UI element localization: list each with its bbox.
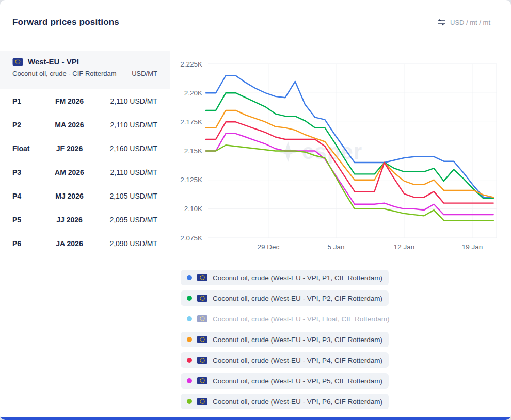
x-tick-label: 12 Jan: [394, 243, 415, 251]
chart-section: esper 2.225K2.20K2.175K2.15K2.125K2.10K2…: [170, 51, 511, 417]
product-unit: USD/MT: [132, 70, 157, 77]
legend-item-6[interactable]: Coconut oil, crude (West-EU - VPI, P6, C…: [181, 394, 389, 409]
chart-legend: Coconut oil, crude (West-EU - VPI, P1, C…: [181, 270, 396, 414]
product-name: West-EU - VPI: [28, 57, 79, 66]
page-title: Forward prices positions: [12, 17, 119, 27]
position-contract: JJ 2026: [42, 216, 97, 224]
eu-flag-icon: [197, 398, 207, 405]
position-label: P6: [12, 239, 42, 248]
position-price: 2,105 USD/MT: [97, 192, 157, 200]
eu-flag-icon: [197, 295, 207, 302]
product-description: Coconut oil, crude - CIF Rotterdam: [12, 70, 117, 77]
position-row-p5[interactable]: P5JJ 20262,095 USD/MT: [0, 208, 170, 232]
sliders-icon: [437, 18, 445, 26]
legend-color-dot: [187, 358, 192, 363]
position-row-p2[interactable]: P2MA 20262,110 USD/MT: [0, 113, 170, 137]
eu-flag-icon: [197, 377, 207, 384]
legend-color-dot: [187, 378, 192, 383]
x-tick-label: 5 Jan: [327, 243, 344, 251]
eu-flag-icon: [197, 274, 207, 281]
forward-prices-widget: Forward prices positions USD / mt / mt W…: [0, 0, 511, 420]
position-contract: AM 2026: [42, 168, 97, 176]
y-tick-label: 2.225K: [180, 60, 202, 68]
position-row-float[interactable]: FloatJF 20262,160 USD/MT: [0, 137, 170, 160]
unit-selector[interactable]: USD / mt / mt: [437, 18, 490, 26]
y-tick-label: 2.175K: [180, 118, 202, 126]
legend-label: Coconut oil, crude (West-EU - VPI, P1, C…: [213, 274, 382, 282]
position-row-p3[interactable]: P3AM 20262,110 USD/MT: [0, 160, 170, 184]
legend-label: Coconut oil, crude (West-EU - VPI, P2, C…: [213, 295, 382, 302]
position-label: P2: [12, 121, 42, 129]
positions-sidebar: West-EU - VPI Coconut oil, crude - CIF R…: [0, 51, 170, 417]
position-price: 2,110 USD/MT: [97, 168, 157, 176]
legend-item-1[interactable]: Coconut oil, crude (West-EU - VPI, P2, C…: [181, 290, 389, 306]
eu-flag-icon: [197, 315, 207, 322]
legend-color-dot: [187, 399, 192, 404]
y-tick-label: 2.20K: [184, 89, 202, 97]
legend-color-dot: [187, 296, 192, 301]
y-tick-label: 2.075K: [180, 234, 202, 242]
accent-bottom-bar: [0, 417, 511, 420]
position-price: 2,095 USD/MT: [97, 216, 157, 224]
position-contract: JA 2026: [42, 239, 97, 248]
product-card[interactable]: West-EU - VPI Coconut oil, crude - CIF R…: [0, 51, 170, 89]
series-line: [206, 76, 493, 198]
position-label: P3: [12, 168, 42, 176]
position-row-p1[interactable]: P1FM 20262,110 USD/MT: [0, 89, 170, 113]
unit-selector-label: USD / mt / mt: [450, 19, 490, 26]
legend-label: Coconut oil, crude (West-EU - VPI, P4, C…: [213, 357, 382, 364]
position-contract: FM 2026: [42, 97, 97, 105]
eu-flag-icon: [12, 58, 23, 66]
legend-color-dot: [187, 337, 192, 342]
widget-body: West-EU - VPI Coconut oil, crude - CIF R…: [0, 51, 511, 417]
legend-color-dot: [187, 275, 192, 280]
eu-flag-icon: [12, 58, 23, 66]
legend-label: Coconut oil, crude (West-EU - VPI, P6, C…: [213, 398, 382, 406]
legend-item-3[interactable]: Coconut oil, crude (West-EU - VPI, P3, C…: [181, 332, 389, 347]
product-card-sub: Coconut oil, crude - CIF Rotterdam USD/M…: [12, 70, 157, 77]
legend-item-0[interactable]: Coconut oil, crude (West-EU - VPI, P1, C…: [181, 270, 389, 285]
legend-color-dot: [187, 316, 192, 321]
price-chart[interactable]: 2.225K2.20K2.175K2.15K2.125K2.10K2.075K2…: [170, 51, 511, 262]
position-label: P1: [12, 97, 42, 105]
legend-label: Coconut oil, crude (West-EU - VPI, P5, C…: [213, 377, 382, 385]
legend-label: Coconut oil, crude (West-EU - VPI, P3, C…: [213, 336, 382, 344]
position-contract: MA 2026: [42, 121, 97, 129]
legend-label: Coconut oil, crude (West-EU - VPI, Float…: [213, 315, 390, 323]
position-contract: JF 2026: [42, 144, 97, 153]
position-price: 2,090 USD/MT: [97, 239, 157, 248]
position-contract: MJ 2026: [42, 192, 97, 200]
position-label: Float: [12, 144, 42, 153]
legend-item-2[interactable]: Coconut oil, crude (West-EU - VPI, Float…: [181, 311, 396, 327]
eu-flag-icon: [197, 357, 207, 364]
y-tick-label: 2.15K: [184, 147, 202, 155]
legend-item-4[interactable]: Coconut oil, crude (West-EU - VPI, P4, C…: [181, 352, 389, 368]
position-row-p4[interactable]: P4MJ 20262,105 USD/MT: [0, 184, 170, 208]
position-rows: P1FM 20262,110 USD/MTP2MA 20262,110 USD/…: [0, 89, 170, 255]
x-tick-label: 19 Jan: [462, 243, 483, 251]
product-card-top: West-EU - VPI: [12, 57, 157, 66]
position-price: 2,110 USD/MT: [97, 97, 157, 105]
position-row-p6[interactable]: P6JA 20262,090 USD/MT: [0, 232, 170, 255]
series-line: [206, 93, 493, 198]
legend-item-5[interactable]: Coconut oil, crude (West-EU - VPI, P5, C…: [181, 373, 389, 389]
position-price: 2,110 USD/MT: [97, 121, 157, 129]
position-label: P5: [12, 216, 42, 224]
widget-header: Forward prices positions USD / mt / mt: [0, 0, 511, 50]
eu-flag-icon: [197, 336, 207, 343]
y-tick-label: 2.10K: [184, 205, 202, 213]
position-price: 2,160 USD/MT: [97, 144, 157, 153]
y-tick-label: 2.125K: [180, 176, 202, 184]
x-tick-label: 29 Dec: [258, 243, 280, 251]
position-label: P4: [12, 192, 42, 200]
